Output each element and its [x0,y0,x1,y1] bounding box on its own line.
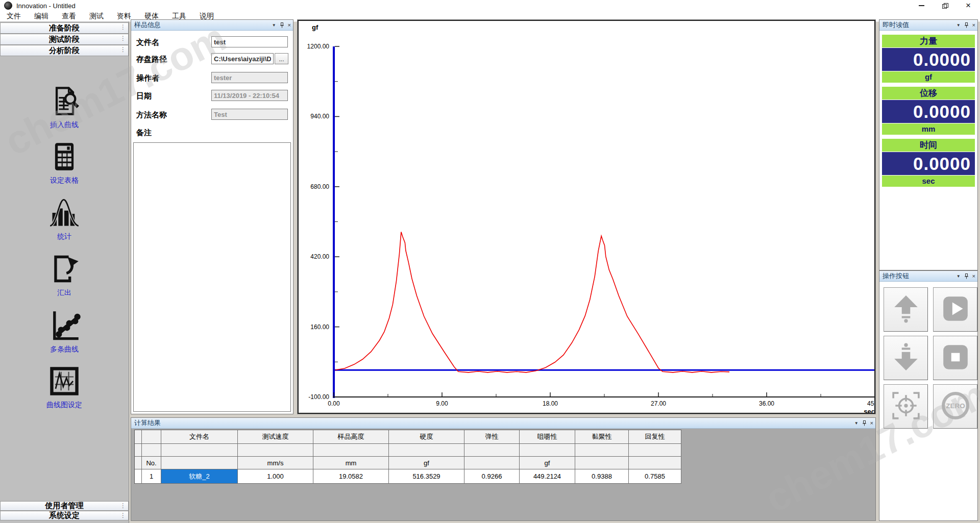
svg-text:420.00: 420.00 [310,253,329,260]
pin-icon[interactable] [964,22,969,28]
stop-button[interactable] [933,336,977,380]
collapse-icon[interactable]: ▼ [854,420,859,426]
browse-button[interactable]: ... [275,53,288,64]
readout-displacement: 位移0.0000mm [882,87,975,135]
tool-table-setup[interactable]: 设定表格 [0,140,129,185]
tool-export[interactable]: 汇出 [0,253,129,297]
menu-item-2[interactable]: 编辑 [28,11,55,21]
collapse-icon[interactable]: ▼ [957,22,961,28]
move-up-button[interactable] [884,287,928,332]
svg-text:36.00: 36.00 [759,400,774,407]
blank-cell [389,444,464,457]
notes-textarea[interactable] [133,142,291,412]
results-header: 计算结果 ▼ × [131,418,875,429]
result-cell-3[interactable]: 19.0582 [313,469,389,484]
column-header-6[interactable]: 咀嚼性 [520,430,575,444]
stage-tab-1[interactable]: 准备阶段⋮ [0,22,129,34]
tool-label: 曲线图设定 [0,401,129,410]
unit-cell-5 [464,457,520,469]
column-header-2[interactable]: 测试速度 [238,430,313,444]
tool-chart-settings[interactable]: 曲线图设定 [0,365,129,410]
field-label: 操作者 [136,73,159,83]
field-input-1[interactable] [211,36,288,47]
statistics-icon [48,196,81,229]
readout-force-value: 0.0000 [882,48,975,71]
row-number-cell[interactable]: 1 [142,469,161,484]
bottom-tab-2[interactable]: 系统设定⋮ [0,511,129,520]
row-indicator-cell[interactable] [135,469,142,484]
tool-label: 多条曲线 [0,345,129,354]
column-header-3[interactable]: 样品高度 [313,430,389,444]
column-header-1[interactable]: 文件名 [161,430,238,444]
force-time-chart: 1200.00940.00680.00420.00160.00-100.000.… [299,21,874,413]
results-units-row: No.mm/smmgfgf [135,457,681,469]
result-cell-7[interactable]: 0.9388 [575,469,629,484]
stage-tab-2[interactable]: 测试阶段⋮ [0,34,129,45]
blank-cell [520,444,575,457]
svg-text:18.00: 18.00 [543,400,558,407]
no-label-cell: No. [142,457,161,469]
restore-button[interactable] [933,0,957,11]
column-header-8[interactable]: 回复性 [629,430,681,444]
result-cell-4[interactable]: 516.3529 [389,469,464,484]
bottom-tab-1[interactable]: 使用者管理⋮ [0,501,129,511]
table-setup-icon [48,140,81,173]
restore-icon [942,3,947,8]
column-header-7[interactable]: 黏聚性 [575,430,629,444]
result-cell-1[interactable]: 软糖_2 [161,469,238,484]
readout-displacement-value: 0.0000 [882,100,975,123]
blank-cell [575,444,629,457]
menu-item-3[interactable]: 查看 [55,11,83,21]
results-blank-row [135,444,681,457]
blank-cell [161,444,238,457]
result-cell-8[interactable]: 0.7585 [629,469,681,484]
readouts-panel: 即时读值 ▼ × 力量0.0000gf位移0.0000mm时间0.0000sec [879,19,978,270]
svg-text:27.00: 27.00 [651,400,666,407]
result-cell-2[interactable]: 1.000 [238,469,313,484]
result-cell-6[interactable]: 449.2124 [520,469,575,484]
field-input-2[interactable] [211,53,274,64]
svg-text:160.00: 160.00 [310,323,329,331]
menu-item-4[interactable]: 测试 [83,11,110,21]
readout-force-unit: gf [882,71,975,83]
minimize-button[interactable] [910,0,933,11]
title-bar: Innovation - Untitled × [0,0,980,11]
svg-text:1200.00: 1200.00 [307,43,330,50]
tool-insert-curve[interactable]: 插入曲线 [0,85,129,130]
close-icon[interactable]: × [972,22,975,28]
blank-cell [629,444,681,457]
blank-cell [313,444,389,457]
readout-time-label: 时间 [882,139,975,152]
controls-panel: 操作按钮 ▼ × ZERO [879,270,978,521]
start-button[interactable] [933,287,977,332]
insert-curve-icon [48,85,81,117]
readout-time-value: 0.0000 [882,152,975,175]
move-down-button[interactable] [884,336,928,380]
zero-button[interactable]: ZERO [933,384,977,429]
result-cell-5[interactable]: 0.9266 [464,469,520,484]
field-label: 文件名 [136,38,159,47]
unit-cell-6: gf [520,457,575,469]
column-header-5[interactable]: 弹性 [464,430,520,444]
chart-panel: 1200.00940.00680.00420.00160.00-100.000.… [297,19,876,414]
app-icon [4,2,12,10]
application-window: { "window": {"title": "Innovation - Unti… [0,0,980,523]
column-header-4[interactable]: 硬度 [389,430,464,444]
tool-label: 插入曲线 [0,120,129,130]
readout-time-unit: sec [882,176,975,187]
pin-icon[interactable] [862,420,867,426]
close-button[interactable]: × [957,0,980,11]
stage-tab-3[interactable]: 分析阶段⋮ [0,45,129,56]
close-icon[interactable]: × [870,420,873,426]
svg-text:gf: gf [312,23,318,31]
multi-curve-icon [48,309,81,342]
unit-cell-7 [575,457,629,469]
tool-multi-curve[interactable]: 多条曲线 [0,309,129,354]
target-button[interactable] [884,384,928,429]
menu-item-1[interactable]: 文件 [0,11,28,21]
tool-statistics[interactable]: 统计 [0,196,129,241]
svg-text:45.00: 45.00 [867,400,874,407]
field-label: 日期 [136,91,152,101]
results-body: 文件名测试速度样品高度硬度弹性咀嚼性黏聚性回复性No.mm/smmgfgf1软糖… [131,429,875,520]
unit-cell-4: gf [389,457,464,469]
